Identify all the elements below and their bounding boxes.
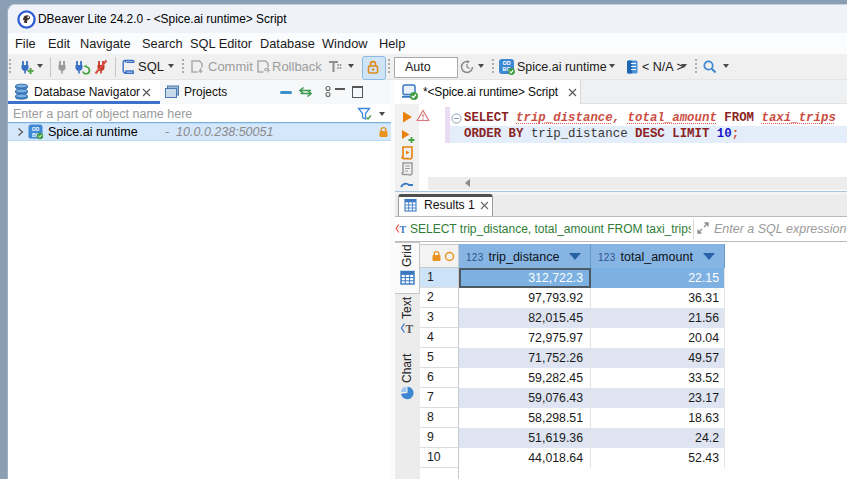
svg-text:T: T	[400, 224, 407, 235]
svg-text:T: T	[406, 323, 414, 335]
